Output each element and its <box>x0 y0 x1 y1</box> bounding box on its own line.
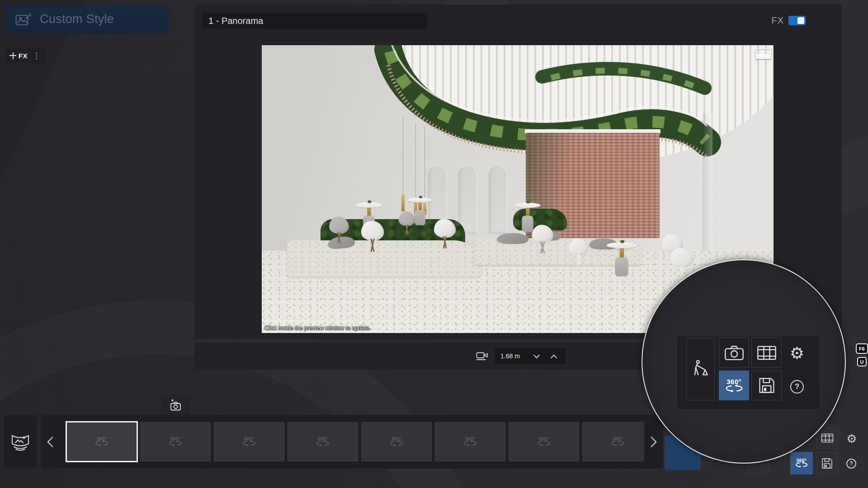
rotate-360-icon <box>93 440 110 447</box>
app-window: Custom Style FX ⋮ 1 - Panorama FX <box>0 0 868 488</box>
height-increase-button[interactable] <box>547 352 560 361</box>
kebab-menu-icon[interactable]: ⋮ <box>32 52 41 60</box>
magnifier-loupe: ⚙ 360° ? <box>642 259 846 464</box>
chair <box>434 219 456 248</box>
panorama-thumbnail[interactable]: 360° <box>287 421 359 462</box>
preview-hint: Click inside the preview window to updat… <box>264 325 371 331</box>
rotate-360-icon <box>241 440 258 447</box>
rotate-360-icon <box>314 440 331 447</box>
carousel-prev-button[interactable] <box>43 433 57 451</box>
panorama-carousel: 360° 360° 360° <box>41 415 663 469</box>
settings-button-magnified[interactable]: ⚙ <box>788 344 806 362</box>
help-button-magnified[interactable]: ? <box>788 378 806 396</box>
image-edit-icon <box>15 13 33 26</box>
height-decrease-button[interactable] <box>530 352 543 361</box>
rotate-360-icon <box>535 440 552 447</box>
panorama-thumbnail[interactable]: 360° <box>434 421 506 462</box>
cushion <box>497 233 528 244</box>
rotate-360-icon <box>388 440 405 447</box>
chair <box>532 225 553 253</box>
rotate-360-icon <box>167 440 184 447</box>
plus-icon[interactable] <box>9 52 14 59</box>
rotate-360-icon <box>723 384 745 393</box>
cafe-table <box>606 242 637 277</box>
camera-height-control: 1.68 m <box>476 348 566 364</box>
fx-toggle-label: FX <box>771 15 784 26</box>
display-mode-icon[interactable] <box>755 48 771 59</box>
chair <box>569 239 589 265</box>
loupe-toolbar: ⚙ 360° ? <box>676 336 820 410</box>
save-button[interactable] <box>816 452 838 474</box>
rotate-360-icon <box>794 461 809 468</box>
arch-niche <box>458 166 476 234</box>
arch-niche <box>489 166 507 234</box>
filmstrip-icon <box>821 433 834 443</box>
filmstrip-icon <box>757 345 777 361</box>
save-icon <box>821 457 833 469</box>
custom-style-button[interactable]: Custom Style <box>5 5 169 33</box>
store-panorama-button[interactable] <box>161 395 190 416</box>
panorama-thumbnail[interactable]: 360° <box>360 421 433 462</box>
pendant-light <box>401 194 405 211</box>
custom-style-label: Custom Style <box>40 12 114 26</box>
thumbnail-list: 360° 360° 360° <box>66 421 644 462</box>
add-effect-bar: FX ⋮ <box>5 48 45 63</box>
add-fx-label[interactable]: FX <box>19 52 28 60</box>
gear-icon: ⚙ <box>846 433 857 445</box>
camera-height-icon <box>476 351 490 361</box>
panorama-thumbnail[interactable]: 360° <box>581 421 644 462</box>
panorama-thumbnail[interactable]: 360° <box>139 421 212 462</box>
chair <box>361 221 384 252</box>
chair <box>399 211 415 234</box>
photo-mode-button-magnified[interactable] <box>719 338 749 368</box>
carousel-next-button[interactable] <box>647 433 660 451</box>
panorama-thumbnail[interactable]: 360° <box>66 421 138 462</box>
toggle-knob <box>797 17 804 24</box>
camera-capture-icon <box>169 399 183 412</box>
clip-title-input[interactable]: 1 - Panorama <box>202 13 427 29</box>
rotate-360-icon <box>609 440 626 447</box>
camera-icon <box>724 345 744 361</box>
panorama-mode-button-magnified[interactable]: 360° <box>719 371 749 400</box>
panorama-thumbnail[interactable]: 360° <box>213 421 285 462</box>
movie-mode-button-magnified[interactable] <box>751 338 782 368</box>
panorama-set-button[interactable] <box>4 415 37 469</box>
help-icon: ? <box>790 380 804 394</box>
fx-toggle-switch[interactable] <box>788 16 806 25</box>
person-survey-icon <box>692 360 710 379</box>
panorama-thumbnail[interactable]: 360° <box>508 421 580 462</box>
fx-toggle-group: FX <box>771 15 806 26</box>
panorama-set-icon <box>10 432 31 452</box>
shortcut-key-f6: F6 <box>856 343 868 354</box>
shortcut-key-u: U <box>857 357 867 366</box>
help-button[interactable]: ? <box>845 458 857 469</box>
panorama-mode-button[interactable]: 360° <box>790 452 813 474</box>
settings-button[interactable]: ⚙ <box>844 432 859 446</box>
walk-mode-button-magnified[interactable] <box>686 338 715 400</box>
save-icon <box>758 376 776 394</box>
gear-icon: ⚙ <box>790 345 804 361</box>
movie-mode-button[interactable] <box>816 427 838 449</box>
chair <box>329 217 349 244</box>
save-button-magnified[interactable] <box>751 371 782 400</box>
help-icon: ? <box>846 459 856 469</box>
camera-height-value[interactable]: 1.68 m <box>495 348 566 364</box>
rotate-360-icon <box>462 440 479 447</box>
